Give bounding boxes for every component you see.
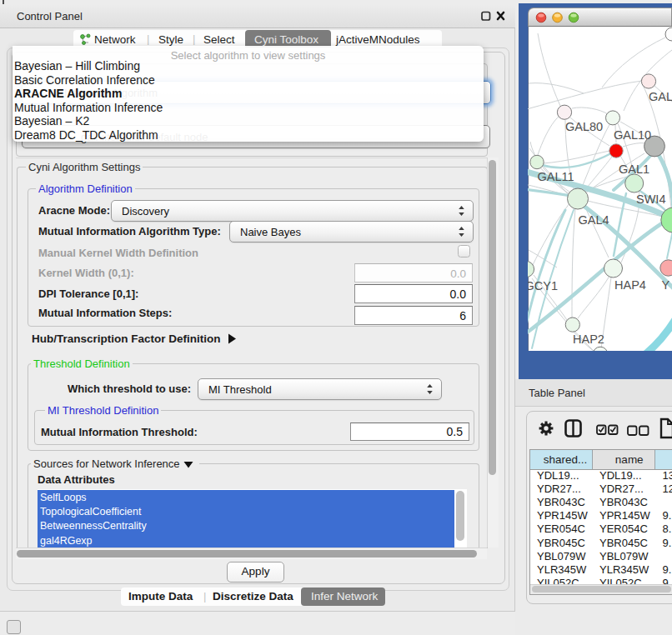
svg-text:HAP2: HAP2 <box>573 332 604 346</box>
svg-text:GAL11: GAL11 <box>538 170 574 183</box>
svg-text:SWI4: SWI4 <box>636 192 665 206</box>
svg-text:GAL4: GAL4 <box>579 213 609 227</box>
svg-text:GAL1: GAL1 <box>619 162 649 176</box>
svg-text:GCY1: GCY1 <box>528 279 558 292</box>
svg-text:GAL80: GAL80 <box>565 120 603 133</box>
svg-text:HAP4: HAP4 <box>614 278 646 292</box>
svg-text:Y: Y <box>662 278 670 292</box>
svg-text:GAL10: GAL10 <box>614 128 651 142</box>
svg-text:GAL8: GAL8 <box>649 90 672 103</box>
